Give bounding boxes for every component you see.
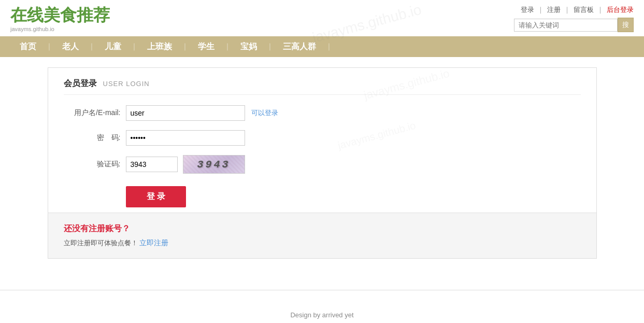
- main-content: 会员登录 USER LOGIN 用户名/E-mail: 可以登录 密 码: 验证…: [37, 57, 607, 279]
- header-right: 登录 ｜ 注册 ｜ 留言板 ｜ 后台登录 搜: [514, 5, 634, 32]
- register-desc: 立即注册即可体验点餐！ 立即注册: [64, 238, 581, 248]
- register-prompt: 还没有注册账号？: [64, 223, 581, 234]
- sep3: ｜: [597, 5, 604, 15]
- password-label: 密 码:: [64, 133, 126, 143]
- login-btn-row: 登 录: [64, 186, 581, 207]
- sep2: ｜: [564, 5, 570, 15]
- login-button[interactable]: 登 录: [126, 186, 186, 207]
- login-box: 会员登录 USER LOGIN 用户名/E-mail: 可以登录 密 码: 验证…: [48, 67, 597, 259]
- main-nav: 首页 ｜ 老人 ｜ 儿童 ｜ 上班族 ｜ 学生 ｜ 宝妈 ｜ 三高人群 ｜: [0, 36, 644, 57]
- captcha-row: 验证码: 3943: [64, 155, 581, 174]
- nav-health[interactable]: 三高人群: [274, 36, 325, 57]
- nav-elderly[interactable]: 老人: [53, 36, 88, 57]
- guestbook-link[interactable]: 留言板: [574, 5, 594, 15]
- header-links: 登录 ｜ 注册 ｜ 留言板 ｜ 后台登录: [521, 5, 634, 15]
- footer-copyright: Design by arrived yet: [290, 311, 353, 319]
- header: 在线美食推荐 javayms.github.io 登录 ｜ 注册 ｜ 留言板 ｜…: [0, 0, 644, 36]
- password-row: 密 码:: [64, 130, 581, 146]
- footer: Design by arrived yet: [0, 301, 644, 323]
- login-title-cn: 会员登录: [64, 78, 97, 89]
- login-header: 会员登录 USER LOGIN: [64, 78, 581, 95]
- username-input[interactable]: [126, 105, 245, 121]
- nav-home[interactable]: 首页: [10, 36, 46, 57]
- search-bar: 搜: [514, 18, 634, 32]
- register-section: 还没有注册账号？ 立即注册即可体验点餐！ 立即注册: [48, 213, 596, 258]
- nav-mom[interactable]: 宝妈: [231, 36, 266, 57]
- register-link[interactable]: 注册: [547, 5, 561, 15]
- search-input[interactable]: [514, 19, 618, 32]
- captcha-input[interactable]: [126, 157, 178, 172]
- username-hint: 可以登录: [251, 108, 278, 118]
- login-link[interactable]: 登录: [521, 5, 534, 15]
- nav-student[interactable]: 学生: [189, 36, 224, 57]
- username-row: 用户名/E-mail: 可以登录: [64, 105, 581, 121]
- password-input[interactable]: [126, 130, 245, 146]
- register-link[interactable]: 立即注册: [139, 238, 168, 247]
- nav-office[interactable]: 上班族: [138, 36, 181, 57]
- site-subtitle: javayms.github.io: [10, 26, 110, 32]
- admin-link[interactable]: 后台登录: [607, 5, 634, 15]
- search-button[interactable]: 搜: [618, 18, 634, 32]
- captcha-label: 验证码:: [64, 160, 126, 169]
- footer-divider: [0, 290, 644, 290]
- login-title-en: USER LOGIN: [103, 80, 150, 88]
- site-title: 在线美食推荐: [10, 5, 110, 25]
- register-desc-text: 立即注册即可体验点餐！: [64, 239, 138, 247]
- captcha-image[interactable]: 3943: [183, 155, 245, 174]
- sep1: ｜: [537, 5, 544, 15]
- nav-children[interactable]: 儿童: [95, 36, 131, 57]
- username-label: 用户名/E-mail:: [64, 108, 126, 118]
